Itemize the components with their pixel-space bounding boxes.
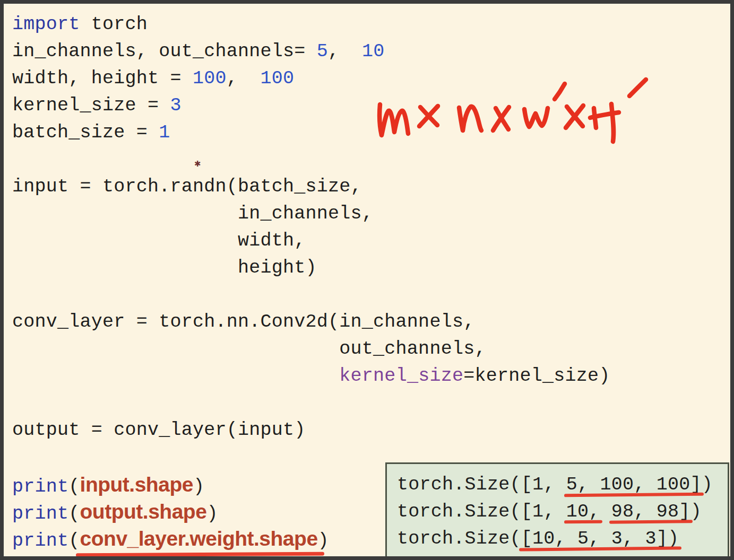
code-segment bbox=[12, 365, 339, 387]
code-line bbox=[12, 146, 610, 173]
code-line: out_channels, bbox=[12, 336, 610, 363]
code-segment: ) bbox=[318, 530, 329, 552]
code-segment: torch.Size([1, bbox=[397, 501, 566, 522]
code-line: import torch bbox=[12, 11, 610, 38]
code-segment: torch.Size([1, bbox=[397, 474, 566, 495]
code-segment: ) bbox=[702, 474, 713, 495]
code-segment: conv_layer = torch.nn.Conv2d(in_channels… bbox=[12, 311, 474, 332]
code-segment bbox=[600, 501, 611, 522]
slide: import torchin_channels, out_channels= 5… bbox=[0, 0, 734, 560]
code-line: torch.Size([1, 5, 100, 100]) bbox=[397, 471, 728, 498]
code-segment: in_channels, out_channels= bbox=[12, 41, 317, 62]
code-segment: torch.Size( bbox=[397, 528, 521, 549]
code-segment-marker-underlined: conv_layer.weight.shape bbox=[80, 527, 318, 550]
code-line: torch.Size([1, 10, 98, 98]) bbox=[397, 498, 728, 526]
code-segment: print bbox=[12, 476, 68, 497]
code-segment: print bbox=[12, 503, 68, 524]
code-segment-marker-underlined: 98, 98] bbox=[611, 501, 690, 522]
handwritten-annotation-text: m×n×w'×H' bbox=[0, 0, 1, 1]
code-line: kernel_size = 3 bbox=[12, 92, 610, 119]
output-box-code: torch.Size([1, 5, 100, 100])torch.Size([… bbox=[387, 464, 728, 553]
code-segment: input.shape bbox=[80, 473, 193, 496]
code-line: kernel_size=kernel_size) bbox=[12, 363, 610, 390]
code-line: in_channels, bbox=[12, 200, 610, 228]
code-segment: 5 bbox=[317, 41, 328, 62]
code-segment: =kernel_size) bbox=[463, 365, 610, 387]
pen-cursor-mark: ✱ bbox=[194, 159, 201, 169]
code-segment: output.shape bbox=[80, 500, 207, 523]
code-segment: ) bbox=[690, 501, 702, 522]
code-line: torch.Size([10, 5, 3, 3]) bbox=[397, 526, 728, 553]
code-segment: ) bbox=[206, 503, 218, 524]
code-segment: 10 bbox=[362, 41, 385, 62]
code-segment: 100 bbox=[193, 68, 227, 89]
code-segment: kernel_size bbox=[339, 365, 463, 387]
code-line: conv_layer = torch.nn.Conv2d(in_channels… bbox=[12, 309, 610, 336]
output-box: torch.Size([1, 5, 100, 100])torch.Size([… bbox=[385, 462, 729, 560]
code-line: in_channels, out_channels= 5, 10 bbox=[12, 38, 610, 65]
handwriting-h-prime bbox=[629, 80, 646, 96]
code-line bbox=[12, 390, 610, 417]
code-segment: width, bbox=[12, 230, 306, 251]
code-segment: ) bbox=[193, 476, 204, 497]
code-segment: print bbox=[12, 530, 68, 552]
code-line: output = conv_layer(input) bbox=[12, 417, 610, 444]
code-line: height) bbox=[12, 255, 610, 282]
code-segment: 3 bbox=[170, 95, 182, 116]
code-segment: input = torch.randn(batch_size, bbox=[12, 176, 362, 197]
code-segment: , bbox=[227, 68, 261, 89]
code-segment: output = conv_layer(input) bbox=[12, 419, 306, 441]
code-line: batch_size = 1 bbox=[12, 119, 610, 146]
code-line: input = torch.randn(batch_size, bbox=[12, 173, 610, 200]
code-segment: 100 bbox=[261, 68, 295, 89]
code-segment: batch_size = bbox=[12, 122, 159, 143]
code-segment: torch bbox=[80, 14, 148, 35]
code-segment-marker-underlined: 5, 100, 100] bbox=[566, 474, 702, 495]
code-segment: width, height = bbox=[12, 68, 193, 89]
code-line: width, bbox=[12, 228, 610, 255]
code-segment: kernel_size = bbox=[12, 95, 170, 116]
code-segment: ( bbox=[68, 476, 80, 497]
code-line bbox=[12, 282, 610, 309]
code-segment: 1 bbox=[159, 122, 170, 143]
code-segment: height) bbox=[12, 257, 317, 278]
code-segment: import bbox=[12, 14, 80, 35]
code-line: width, height = 100, 100 bbox=[12, 65, 610, 92]
code-segment: , bbox=[328, 41, 362, 62]
handwriting-h-right bbox=[611, 104, 614, 142]
code-segment: ( bbox=[68, 503, 80, 524]
code-segment-marker-underlined: [10, 5, 3, 3]) bbox=[521, 528, 679, 549]
code-segment-marker-underlined: 10, bbox=[566, 501, 600, 522]
code-segment: in_channels, bbox=[12, 203, 373, 224]
code-segment: out_channels, bbox=[12, 338, 486, 360]
code-segment: ( bbox=[68, 530, 80, 552]
